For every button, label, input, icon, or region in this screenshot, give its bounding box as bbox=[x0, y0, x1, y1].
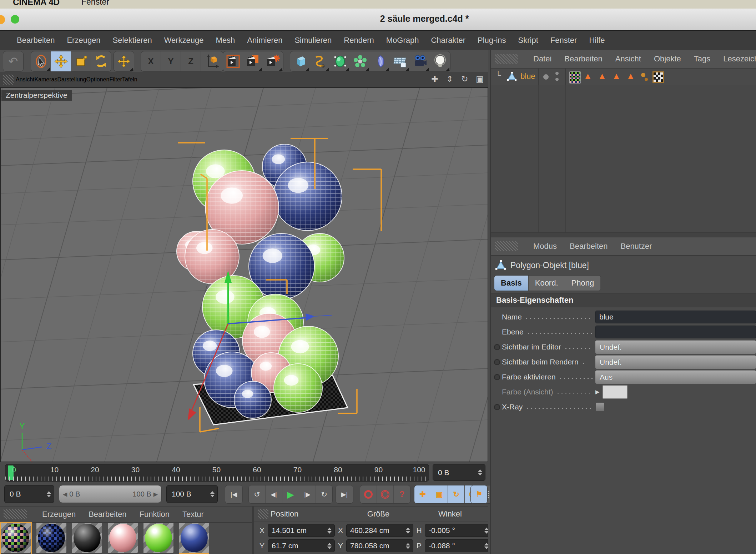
object-name[interactable]: blue bbox=[520, 72, 535, 81]
key-scale-toggle[interactable]: ▣ bbox=[431, 485, 448, 503]
material-thumbnail-6[interactable] bbox=[179, 523, 209, 554]
viewport-canvas[interactable]: Zentralperspektive bbox=[0, 87, 488, 462]
key-position-toggle[interactable]: ✚ bbox=[414, 485, 431, 503]
play-button[interactable]: ▶ bbox=[282, 485, 299, 503]
render-settings-button[interactable] bbox=[263, 51, 283, 71]
main-menu-item-bearbeiten[interactable]: Bearbeiten bbox=[11, 36, 61, 45]
size-x-field[interactable]: 460.284 cm bbox=[346, 524, 413, 537]
current-frame-field[interactable]: 0 B bbox=[433, 464, 485, 481]
keyframe-flag-button[interactable]: ⚑ bbox=[470, 485, 488, 504]
object-manager-menu-item-tags[interactable]: Tags bbox=[687, 54, 717, 64]
vertex-map-tag-icon[interactable] bbox=[641, 73, 645, 77]
keyframe-selection-button[interactable]: ? bbox=[394, 485, 410, 503]
panel-grip[interactable] bbox=[258, 509, 268, 519]
position-x-field[interactable]: 14.501 cm bbox=[268, 524, 335, 537]
color-enable-dropdown[interactable]: Aus bbox=[595, 371, 756, 384]
material-thumbnail-1[interactable] bbox=[1, 523, 31, 554]
autokey-button[interactable] bbox=[377, 485, 394, 503]
toggle-view-icon[interactable]: ▣ bbox=[475, 74, 485, 84]
visible-render-dropdown[interactable]: Undef. bbox=[595, 356, 756, 369]
viewport-menu-item-kameras[interactable]: Kameras bbox=[34, 76, 57, 83]
section-basis-eigenschaften[interactable]: Basis-Eigenschaften bbox=[491, 293, 756, 307]
axis-modify-tool[interactable] bbox=[114, 51, 134, 71]
anim-toggle[interactable] bbox=[494, 374, 500, 380]
move-tool[interactable] bbox=[51, 51, 71, 71]
selection-tag-icon[interactable]: ▲ bbox=[612, 71, 621, 81]
loop-back-button[interactable]: ↺ bbox=[249, 485, 266, 503]
object-row-blue[interactable]: └ blue ▲ ▲ ▲ ▲ bbox=[491, 69, 756, 85]
panel-grip[interactable] bbox=[495, 241, 518, 251]
main-menu-item-mograph[interactable]: MoGraph bbox=[380, 36, 425, 45]
lock-y-button[interactable]: Y bbox=[161, 51, 181, 71]
lock-x-button[interactable]: X bbox=[141, 51, 161, 71]
loop-forward-button[interactable]: ↻ bbox=[316, 485, 332, 503]
macos-menu-fenster[interactable]: Fenster bbox=[81, 0, 109, 7]
viewport-menu-item-optionen[interactable]: Optionen bbox=[86, 76, 109, 83]
editor-visibility-dot[interactable] bbox=[543, 74, 549, 80]
render-visibility-dot-bottom[interactable] bbox=[555, 78, 559, 81]
angle-h-field[interactable]: -0.005 ° bbox=[425, 524, 488, 537]
name-input[interactable] bbox=[595, 311, 756, 323]
rotate-tool[interactable] bbox=[91, 51, 111, 71]
selection-tag-icon[interactable]: ▲ bbox=[626, 71, 635, 81]
render-visibility-dot-top[interactable] bbox=[555, 72, 559, 75]
main-menu-item-simulieren[interactable]: Simulieren bbox=[288, 36, 338, 45]
timeline-ruler[interactable]: 0102030405060708090100 bbox=[5, 464, 429, 482]
main-menu-item-mesh[interactable]: Mesh bbox=[210, 36, 241, 45]
selection-tag-icon[interactable]: ▲ bbox=[583, 71, 593, 81]
size-y-field[interactable]: 780.058 cm bbox=[346, 539, 413, 552]
render-picture-viewer-button[interactable] bbox=[243, 51, 263, 71]
material-thumbnail-4[interactable] bbox=[108, 523, 138, 554]
object-manager-menu-item-lesezeichen[interactable]: Lesezeichen bbox=[717, 54, 756, 64]
coordinate-system-button[interactable] bbox=[201, 51, 223, 71]
tab-koord[interactable]: Koord. bbox=[529, 276, 565, 291]
anim-toggle[interactable] bbox=[494, 344, 500, 350]
undo-button[interactable]: ↶ bbox=[3, 51, 23, 71]
add-generator-button[interactable] bbox=[330, 51, 350, 71]
material-menu-item-textur[interactable]: Textur bbox=[176, 510, 210, 519]
scale-tool[interactable] bbox=[71, 51, 91, 71]
panel-grip[interactable] bbox=[3, 75, 14, 85]
add-camera-button[interactable] bbox=[410, 51, 430, 71]
add-light-button[interactable] bbox=[430, 51, 450, 71]
material-thumbnail-3[interactable] bbox=[72, 523, 102, 554]
preview-range-slider[interactable]: ◀ 0 B 100 B ▶ bbox=[59, 485, 162, 503]
position-y-field[interactable]: 61.7 cm bbox=[268, 539, 335, 552]
expand-arrow-icon[interactable]: ▶ bbox=[595, 389, 600, 395]
tab-basis[interactable]: Basis bbox=[494, 276, 529, 291]
viewport-menu-item-tafeln[interactable]: Tafeln bbox=[122, 76, 137, 83]
prev-frame-button[interactable]: ◀| bbox=[266, 485, 282, 503]
main-menu-item-selektieren[interactable]: Selektieren bbox=[107, 36, 158, 45]
viewport-menu-item-filter[interactable]: Filter bbox=[109, 76, 122, 83]
pan-view-icon[interactable]: ✚ bbox=[430, 74, 440, 84]
app-name[interactable]: CINEMA 4D bbox=[13, 0, 60, 7]
zoom-button[interactable] bbox=[11, 15, 19, 24]
goto-end-button[interactable]: ▶| bbox=[336, 485, 353, 504]
range-start-field[interactable]: 0 B bbox=[4, 485, 54, 503]
add-cube-button[interactable] bbox=[290, 51, 310, 71]
object-manager-menu-item-bearbeiten[interactable]: Bearbeiten bbox=[558, 54, 609, 64]
color-swatch[interactable] bbox=[603, 385, 628, 399]
object-manager-menu-item-ansicht[interactable]: Ansicht bbox=[609, 54, 647, 64]
material-thumbnail-5[interactable] bbox=[143, 523, 173, 554]
main-menu-item-fenster[interactable]: Fenster bbox=[544, 36, 583, 45]
xray-checkbox[interactable] bbox=[595, 402, 605, 412]
key-rotation-toggle[interactable]: ↻ bbox=[448, 485, 465, 503]
rotate-view-icon[interactable]: ↻ bbox=[460, 74, 470, 84]
lock-z-button[interactable]: Z bbox=[181, 51, 201, 71]
viewport-menu-item-darstellung[interactable]: Darstellung bbox=[57, 76, 86, 83]
material-menu-item-bearbeiten[interactable]: Bearbeiten bbox=[82, 510, 133, 519]
add-spline-button[interactable] bbox=[310, 51, 330, 71]
visible-editor-dropdown[interactable]: Undef. bbox=[595, 341, 756, 354]
main-menu-item-skript[interactable]: Skript bbox=[512, 36, 544, 45]
main-menu-item-rendern[interactable]: Rendern bbox=[338, 36, 380, 45]
range-end-stepper[interactable] bbox=[210, 491, 215, 497]
object-manager-menu-item-objekte[interactable]: Objekte bbox=[647, 54, 687, 64]
add-modeling-button[interactable] bbox=[350, 51, 370, 71]
panel-grip[interactable] bbox=[495, 54, 518, 64]
goto-start-button[interactable]: |◀ bbox=[225, 485, 243, 504]
object-manager-menu-item-datei[interactable]: Datei bbox=[527, 54, 558, 64]
panel-grip[interactable] bbox=[4, 509, 27, 519]
main-menu-item-plug-ins[interactable]: Plug-ins bbox=[472, 36, 512, 45]
object-list-area[interactable] bbox=[491, 85, 756, 232]
